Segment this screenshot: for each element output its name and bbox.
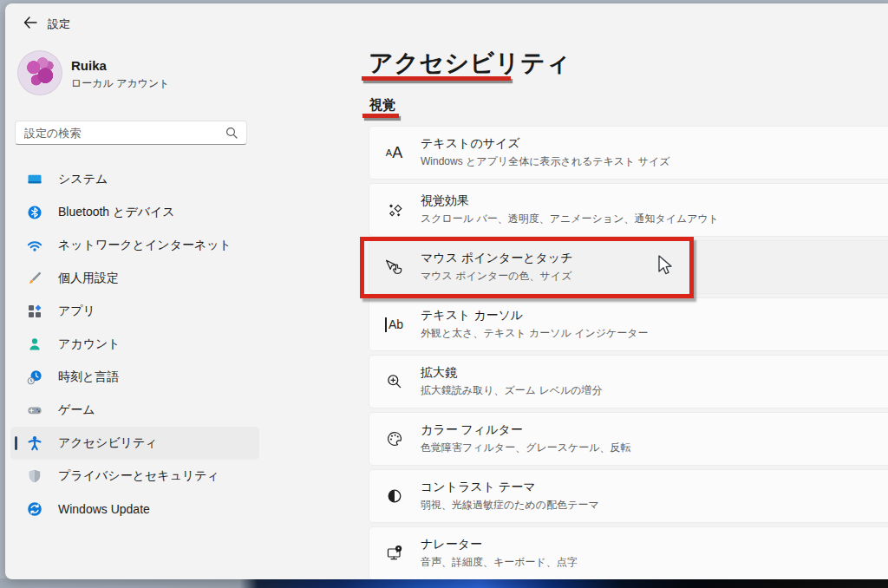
profile-name: Ruika: [71, 58, 107, 73]
row-subtitle: 色覚障害フィルター、グレースケール、反転: [421, 441, 631, 455]
privacy-icon: [26, 467, 43, 485]
sidebar-item-privacy[interactable]: プライバシーとセキュリティ: [10, 460, 259, 493]
bluetooth-icon: [26, 204, 43, 221]
text-size-icon: AA: [382, 141, 406, 165]
sidebar-item-label: アカウント: [58, 336, 121, 352]
narrator-icon: [382, 542, 406, 565]
gaming-icon: [26, 402, 43, 419]
accessibility-icon: [26, 434, 43, 452]
sidebar-nav: システム Bluetooth とデバイス ネットワークとインターネット 個人用設…: [10, 163, 259, 526]
row-title: カラー フィルター: [421, 422, 631, 438]
row-title: テキストのサイズ: [421, 136, 670, 152]
sidebar-item-label: プライバシーとセキュリティ: [58, 468, 219, 484]
network-icon: [26, 237, 43, 254]
sidebar-item-label: 時刻と言語: [58, 369, 119, 385]
row-title: テキスト カーソル: [421, 308, 649, 323]
back-button[interactable]: [17, 11, 43, 34]
time-language-icon: [26, 369, 43, 386]
sidebar-item-network[interactable]: ネットワークとインターネット: [10, 229, 259, 262]
profile-account-type: ローカル アカウント: [71, 76, 170, 91]
sidebar-item-apps[interactable]: アプリ: [10, 295, 259, 328]
sidebar-item-accessibility[interactable]: アクセシビリティ: [10, 427, 259, 460]
row-contrast-theme[interactable]: コントラスト テーマ 弱視、光線過敏症のための配色テーマ: [369, 469, 888, 523]
row-subtitle: スクロール バー、透明度、アニメーション、通知タイムアウト: [421, 212, 719, 226]
sidebar-item-accounts[interactable]: アカウント: [10, 328, 259, 361]
annotation-underline-title: [362, 76, 511, 81]
sidebar-item-label: アプリ: [58, 304, 95, 319]
windows-update-icon: [26, 500, 43, 518]
text-cursor-icon: Ab: [382, 313, 406, 336]
row-text-size[interactable]: AA テキストのサイズ Windows とアプリ全体に表示されるテキスト サイズ: [369, 126, 888, 180]
sidebar-item-label: Windows Update: [58, 502, 150, 516]
page-title: アクセシビリティ: [369, 47, 571, 80]
row-title: 視覚効果: [421, 193, 719, 209]
apps-icon: [26, 303, 43, 320]
row-visual-effects[interactable]: 視覚効果 スクロール バー、透明度、アニメーション、通知タイムアウト: [369, 183, 888, 237]
settings-window: 設定 Ruika ローカル アカウント システム Bluetooth とデバイス: [5, 3, 888, 579]
desktop-wallpaper-strip: [0, 578, 888, 588]
row-title: ナレーター: [421, 537, 578, 552]
selection-accent-bar: [15, 436, 17, 450]
sidebar-item-gaming[interactable]: ゲーム: [10, 394, 259, 427]
mouse-cursor: [656, 254, 674, 282]
avatar[interactable]: [17, 50, 62, 95]
sidebar-item-label: ネットワークとインターネット: [58, 238, 232, 253]
row-title: コントラスト テーマ: [421, 480, 599, 495]
section-label-vision: 視覚: [369, 97, 395, 114]
row-subtitle: 拡大鏡読み取り、ズーム レベルの増分: [421, 383, 603, 398]
row-subtitle: 弱視、光線過敏症のための配色テーマ: [421, 498, 599, 513]
personalization-icon: [26, 270, 43, 287]
desktop-background: 設定 Ruika ローカル アカウント システム Bluetooth とデバイス: [0, 0, 888, 588]
row-subtitle: 外観と太さ、テキスト カーソル インジケーター: [421, 326, 649, 341]
sidebar-item-label: アクセシビリティ: [58, 435, 158, 451]
annotation-highlight-box: [360, 237, 694, 298]
sidebar-item-label: ゲーム: [58, 402, 95, 418]
row-color-filter[interactable]: カラー フィルター 色覚障害フィルター、グレースケール、反転: [369, 412, 888, 466]
sidebar-item-label: Bluetooth とデバイス: [58, 205, 175, 220]
row-magnifier[interactable]: 拡大鏡 拡大鏡読み取り、ズーム レベルの増分: [369, 355, 888, 408]
contrast-theme-icon: [382, 485, 406, 508]
sidebar-item-label: システム: [58, 172, 108, 187]
row-text-cursor[interactable]: Ab テキスト カーソル 外観と太さ、テキスト カーソル インジケーター: [369, 297, 888, 351]
settings-rows: AA テキストのサイズ Windows とアプリ全体に表示されるテキスト サイズ…: [369, 126, 888, 579]
system-icon: [26, 171, 43, 188]
row-title: 拡大鏡: [421, 365, 603, 381]
app-title: 設定: [48, 16, 70, 32]
row-narrator[interactable]: ナレーター 音声、詳細度、キーボード、点字: [369, 526, 888, 579]
color-filter-icon: [382, 428, 406, 451]
row-subtitle: Windows とアプリ全体に表示されるテキスト サイズ: [421, 154, 670, 169]
row-subtitle: 音声、詳細度、キーボード、点字: [421, 555, 578, 570]
sidebar-item-system[interactable]: システム: [10, 163, 259, 196]
sidebar-item-personalization[interactable]: 個人用設定: [10, 262, 259, 295]
annotation-underline-section: [362, 114, 399, 118]
arrow-left-icon: [23, 16, 37, 29]
sidebar-item-bluetooth[interactable]: Bluetooth とデバイス: [10, 196, 259, 229]
magnifier-icon: [382, 370, 406, 394]
search-input[interactable]: [16, 127, 222, 140]
accounts-icon: [26, 336, 43, 353]
sidebar-item-time-language[interactable]: 時刻と言語: [10, 361, 259, 394]
sidebar-item-windows-update[interactable]: Windows Update: [10, 493, 259, 526]
search-icon[interactable]: [222, 124, 241, 141]
search-box[interactable]: [15, 121, 247, 145]
sidebar-item-label: 個人用設定: [58, 271, 119, 286]
visual-effects-icon: [382, 199, 406, 222]
